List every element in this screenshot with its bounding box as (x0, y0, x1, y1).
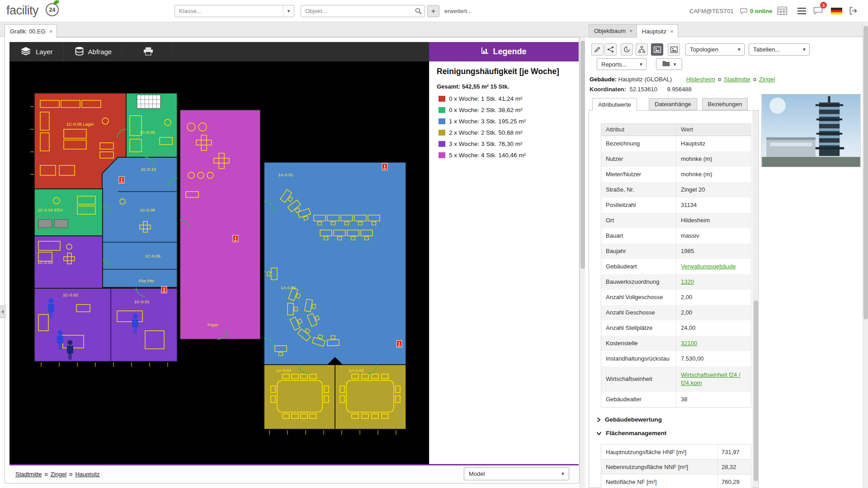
graphic-view-button[interactable] (651, 43, 663, 56)
attribute-row: Anzahl Geschosse2,00 (601, 305, 751, 320)
room-label: 1C-0.02 (63, 292, 78, 297)
search-icon[interactable] (412, 5, 425, 17)
abfrage-button[interactable]: Abfrage (64, 42, 123, 61)
breadcrumb-link[interactable]: Stadtmitte (724, 76, 750, 83)
legend-item-label: 0 x Woche: 2 Stk. 38,62 m² (449, 107, 523, 113)
floorplan-canvas[interactable]: 1C-0.05 Lager 1C-0.06 1C-0.10 1C-0.08 1C… (9, 61, 429, 464)
fire-extinguisher-marker[interactable] (382, 164, 387, 170)
topologien-select[interactable]: Topologien ▼ (685, 43, 745, 56)
scrollbar-thumb[interactable] (863, 26, 868, 319)
edit-button[interactable] (591, 43, 604, 56)
breadcrumb-separator: ¤ (45, 471, 48, 478)
object-info-line: Gebäude: Hauptsitz (GLOBAL) Hildesheim¤S… (590, 76, 843, 83)
building-photo[interactable] (761, 94, 861, 167)
attribute-row: Straße, Nr.Zingel 20 (601, 182, 751, 197)
attribute-value-link[interactable]: 32100 (681, 340, 697, 347)
objekt-search-input[interactable] (301, 8, 412, 14)
detail-tab-2[interactable]: Dateianhänge (649, 98, 697, 110)
attribute-value: 2,00 (676, 291, 751, 303)
room-label: 1C-0.08 (140, 207, 155, 212)
legend-header-label: Legende (493, 47, 526, 56)
object-type-label: Gebäude: (590, 76, 617, 83)
folder-button[interactable]: ▼ (656, 58, 682, 70)
attribute-name: Anzahl Geschosse (601, 305, 676, 320)
detail-tab-1[interactable]: Attributwerte (592, 98, 637, 111)
tab-grafik[interactable]: Grafik: 00.EG × (5, 24, 57, 38)
add-button[interactable]: + (427, 5, 439, 17)
fire-extinguisher-marker[interactable] (233, 235, 238, 242)
attribute-name: Mieter/Nutzer (601, 167, 676, 182)
attribute-value: 7.530,00 (676, 353, 751, 365)
pencil-icon (594, 46, 601, 53)
detail-tab-3[interactable]: Beziehungen (702, 98, 748, 110)
chart-icon (481, 47, 489, 56)
history-button[interactable] (621, 43, 633, 56)
scrollbar-thumb[interactable] (754, 300, 758, 481)
calendar-icon[interactable] (778, 7, 787, 16)
tab-close-icon[interactable]: × (670, 28, 674, 35)
layer-button[interactable]: Layer (9, 42, 64, 61)
fire-extinguisher-marker[interactable] (396, 341, 402, 347)
section-gebaeudebewertung[interactable]: Gebäudebewertung (596, 416, 662, 423)
page-scrollbar[interactable] (863, 22, 868, 488)
breadcrumb-link[interactable]: Zingel (51, 471, 66, 478)
room-label: 1C-0.03 (38, 260, 53, 265)
room-label: 1A-0.04 (276, 368, 291, 373)
attribute-row: Nutzermohnke (m) (601, 151, 751, 167)
attribute-name: Baujahr (601, 244, 676, 259)
legend-swatch (439, 141, 445, 147)
legend-item: 5 x Woche: 4 Stk. 140,46 m² (439, 150, 574, 161)
hierarchy-button[interactable] (636, 43, 648, 56)
share-button[interactable] (604, 43, 617, 56)
chevron-down-icon: ▼ (557, 471, 569, 476)
attribute-name: Postleitzahl (601, 197, 676, 213)
image-view-button[interactable] (668, 43, 680, 56)
attribute-value-link[interactable]: 1320 (681, 278, 694, 285)
panel-collapse-handle[interactable] (0, 305, 5, 318)
menu-icon[interactable] (797, 8, 806, 16)
room-corridor[interactable] (102, 157, 177, 287)
attribute-row: GebäudeartVerwaltungsgebäude (601, 259, 751, 274)
chat-icon[interactable] (813, 7, 823, 16)
reports-select[interactable]: Reports... ▼ (597, 58, 646, 70)
tabellen-select[interactable]: Tabellen... ▼ (749, 43, 810, 56)
attribute-name: Ort (601, 213, 676, 228)
tab-hauptsitz[interactable]: Hauptsitz × (637, 24, 678, 38)
tab-close-icon[interactable]: × (629, 28, 633, 34)
attribute-value-link[interactable]: Wirtschaftseinheit f24 / f24.kom (681, 371, 741, 386)
section-flaechenmanagement[interactable]: Flächenmanagement (596, 430, 666, 436)
fire-extinguisher-marker[interactable] (119, 177, 124, 183)
left-panel-scrollbar[interactable] (580, 37, 585, 488)
klasse-select[interactable]: Klasse... ▼ (175, 5, 294, 17)
fire-extinguisher-marker[interactable] (161, 286, 167, 293)
breadcrumb-link[interactable]: Stadtmitte (15, 471, 42, 478)
print-button[interactable] (123, 42, 174, 61)
breadcrumb-link[interactable]: Hildesheim (686, 76, 715, 83)
model-select[interactable]: Model ▼ (464, 467, 569, 480)
scrollbar-thumb[interactable] (580, 41, 585, 269)
attribute-name: Bauwerkszuordnung (601, 274, 676, 290)
flaechen-attribute-name: Nebennutzungsfläche NNF [m²] (601, 460, 718, 474)
section-label: Gebäudebewertung (605, 416, 662, 423)
room-foyer[interactable] (180, 110, 260, 339)
attribute-table: Attribut Wert BezeichnungHauptsitzNutzer… (601, 123, 751, 408)
breadcrumb-link[interactable]: Hauptsitz (75, 471, 99, 478)
tab-close-icon[interactable]: × (49, 28, 53, 35)
room-1c-0-02-01[interactable] (34, 288, 177, 361)
language-flag-icon[interactable] (831, 8, 842, 16)
attribute-name: Anzahl Vollgeschosse (601, 290, 676, 305)
attribute-row: Postleitzahl31134 (601, 197, 751, 213)
detail-scrollbar[interactable] (753, 111, 758, 488)
legend-swatch (439, 130, 445, 136)
room-1a-0-01[interactable] (264, 162, 406, 365)
breadcrumb-link[interactable]: Zingel (759, 76, 775, 83)
chevron-down-icon: ▼ (283, 5, 294, 17)
logout-icon[interactable] (849, 7, 858, 16)
longitude-value: 9.956488 (667, 86, 692, 93)
attribute-value-link[interactable]: Verwaltungsgebäude (681, 263, 736, 270)
advanced-search-link[interactable]: erweitert... (444, 8, 472, 14)
hierarchy-icon (638, 46, 645, 53)
wert-column-header: Wert (676, 124, 751, 136)
tab-objektbaum[interactable]: Objektbaum × (589, 24, 637, 38)
legend-panel: Reinigungshäufigkeit [je Woche] Gesamt: … (429, 61, 579, 464)
